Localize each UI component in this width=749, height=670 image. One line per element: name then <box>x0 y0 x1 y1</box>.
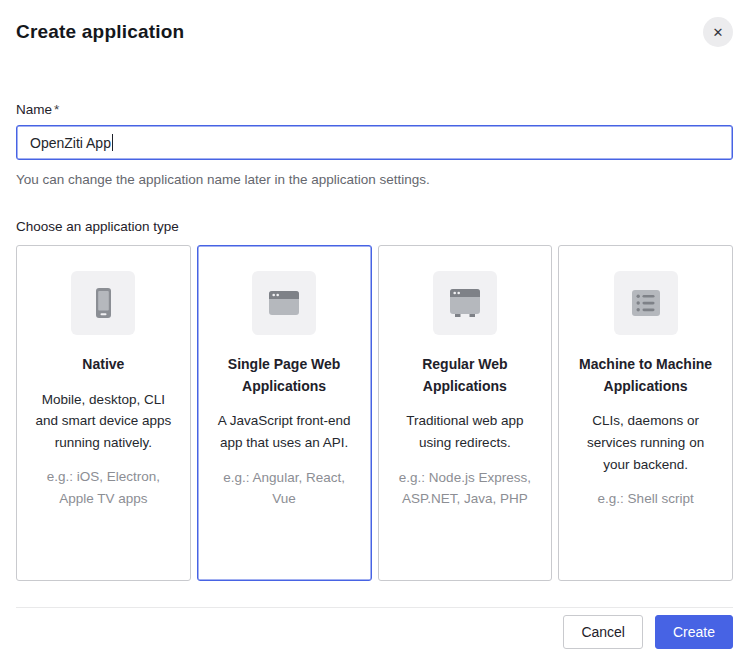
application-name-input[interactable]: OpenZiti App <box>16 125 733 160</box>
card-single-page-web-applications[interactable]: Single Page Web Applications A JavaScrip… <box>197 245 372 581</box>
machine-list-icon <box>614 271 678 335</box>
create-application-modal: Create application ✕ Name* OpenZiti App … <box>0 0 749 649</box>
browser-window-icon <box>252 271 316 335</box>
name-helper-text: You can change the application name late… <box>16 172 733 187</box>
card-description: CLIs, daemons or services running on you… <box>572 410 719 475</box>
close-button[interactable]: ✕ <box>703 17 733 47</box>
card-description: Mobile, desktop, CLI and smart device ap… <box>30 389 177 454</box>
close-icon: ✕ <box>713 25 724 40</box>
card-example: e.g.: Shell script <box>572 488 719 510</box>
card-title: Single Page Web Applications <box>211 354 358 397</box>
application-type-cards: Native Mobile, desktop, CLI and smart de… <box>16 245 733 581</box>
card-title: Native <box>30 354 177 376</box>
modal-footer: Cancel Create <box>16 607 733 649</box>
name-label-text: Name <box>16 102 52 117</box>
card-title: Machine to Machine Applications <box>572 354 719 397</box>
card-example: e.g.: Angular, React, Vue <box>211 467 358 510</box>
text-caret <box>112 134 113 151</box>
modal-title: Create application <box>16 21 184 43</box>
name-field-label: Name* <box>16 102 733 117</box>
card-example: e.g.: Node.js Express, ASP.NET, Java, PH… <box>392 467 539 510</box>
create-button[interactable]: Create <box>655 615 733 649</box>
card-example: e.g.: iOS, Electron, Apple TV apps <box>30 466 177 509</box>
card-native[interactable]: Native Mobile, desktop, CLI and smart de… <box>16 245 191 581</box>
cancel-button[interactable]: Cancel <box>563 615 643 649</box>
card-description: Traditional web app using redirects. <box>392 410 539 453</box>
application-name-value: OpenZiti App <box>30 135 111 151</box>
card-title: Regular Web Applications <box>392 354 539 397</box>
application-type-label: Choose an application type <box>16 219 733 234</box>
required-asterisk: * <box>54 102 59 117</box>
card-description: A JavaScript front-end app that uses an … <box>211 410 358 453</box>
card-machine-to-machine-applications[interactable]: Machine to Machine Applications CLIs, da… <box>558 245 733 581</box>
web-server-icon <box>433 271 497 335</box>
mobile-icon <box>71 271 135 335</box>
modal-header: Create application ✕ <box>16 0 733 47</box>
card-regular-web-applications[interactable]: Regular Web Applications Traditional web… <box>378 245 553 581</box>
